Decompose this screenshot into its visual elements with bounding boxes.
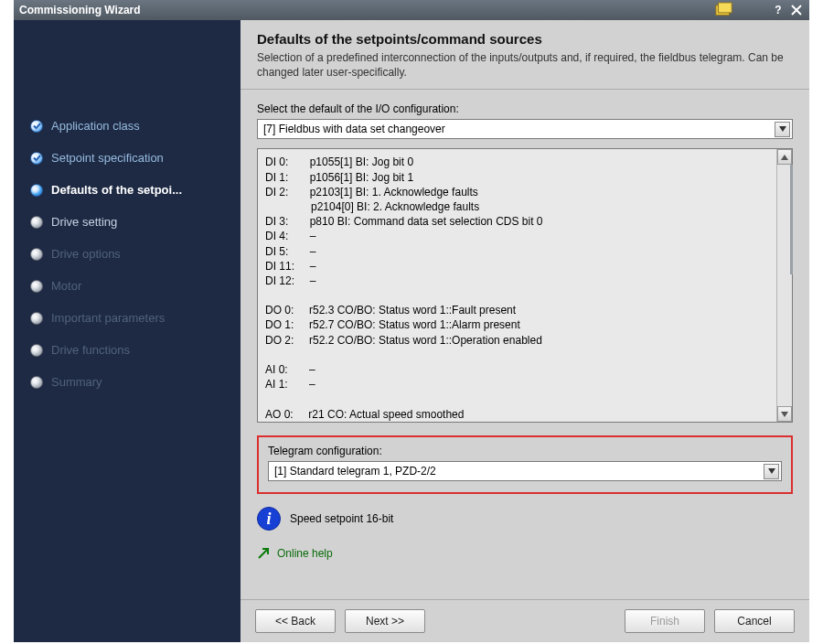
help-label: Online help [277, 547, 333, 560]
next-button[interactable]: Next >> [345, 609, 425, 633]
step-motor: Motor [30, 279, 228, 293]
step-sidebar: Application class Setpoint specification… [14, 20, 240, 642]
step-label: Setpoint specification [51, 151, 164, 165]
close-icon[interactable] [789, 3, 804, 17]
ioconfig-label: Select the default of the I/O configurat… [257, 102, 793, 115]
wizard-window: Commissioning Wizard ? Application class… [14, 0, 809, 642]
step-important-parameters: Important parameters [30, 311, 228, 325]
ioconfig-select[interactable]: [7] Fieldbus with data set changeover [257, 119, 793, 139]
info-row: i Speed setpoint 16-bit [257, 507, 793, 531]
step-setpoint-specification[interactable]: Setpoint specification [30, 151, 228, 165]
disabled-step-icon [30, 312, 43, 325]
telegram-value: [1] Standard telegram 1, PZD-2/2 [274, 465, 764, 478]
chevron-down-icon[interactable] [775, 122, 790, 137]
io-list-content: DI 0: p1055[1] BI: Jog bit 0 DI 1: p1056… [258, 149, 776, 422]
wizard-body: Application class Setpoint specification… [14, 20, 809, 642]
disabled-step-icon [30, 376, 43, 389]
check-icon [30, 152, 43, 165]
disabled-step-icon [30, 344, 43, 357]
step-application-class[interactable]: Application class [30, 119, 228, 133]
titlebar: Commissioning Wizard ? [14, 0, 809, 20]
window-title: Commissioning Wizard [19, 4, 714, 16]
step-label: Application class [51, 119, 140, 133]
step-drive-setting[interactable]: Drive setting [30, 215, 228, 229]
info-icon: i [257, 507, 281, 531]
svg-rect-1 [719, 3, 732, 13]
scroll-up-icon[interactable] [777, 149, 792, 165]
main-panel: Defaults of the setpoints/command source… [240, 20, 809, 642]
scroll-down-icon[interactable] [777, 406, 792, 422]
step-label: Summary [51, 375, 102, 389]
scrollbar[interactable] [776, 149, 792, 422]
step-drive-options: Drive options [30, 247, 228, 261]
disabled-step-icon [30, 248, 43, 261]
online-help-link[interactable]: Online help [257, 547, 793, 560]
info-text: Speed setpoint 16-bit [290, 512, 393, 525]
step-label: Drive options [51, 247, 121, 261]
telegram-label: Telegram configuration: [268, 445, 782, 457]
active-step-icon [30, 184, 43, 197]
telegram-highlighted-block: Telegram configuration: [1] Standard tel… [257, 435, 793, 494]
page-header: Defaults of the setpoints/command source… [240, 20, 809, 90]
step-summary: Summary [30, 375, 228, 389]
step-label: Drive setting [51, 215, 117, 229]
folder-icon[interactable] [714, 2, 734, 18]
wizard-footer: << Back Next >> Finish Cancel [240, 599, 809, 642]
chevron-down-icon[interactable] [764, 464, 779, 479]
check-icon [30, 120, 43, 133]
back-button[interactable]: << Back [255, 609, 336, 633]
step-label: Defaults of the setpoi... [51, 183, 182, 197]
step-label: Motor [51, 279, 81, 293]
step-label: Important parameters [51, 311, 165, 325]
step-label: Drive functions [51, 343, 130, 357]
pending-step-icon [30, 216, 43, 229]
page-title: Defaults of the setpoints/command source… [257, 31, 793, 47]
help-icon[interactable]: ? [771, 3, 786, 17]
step-defaults-setpoints[interactable]: Defaults of the setpoi... [30, 183, 228, 197]
io-listbox: DI 0: p1055[1] BI: Jog bit 0 DI 1: p1056… [257, 148, 793, 423]
ioconfig-value: [7] Fieldbus with data set changeover [263, 123, 775, 135]
cancel-button[interactable]: Cancel [714, 609, 795, 633]
step-drive-functions: Drive functions [30, 343, 228, 357]
arrow-icon [257, 547, 270, 560]
finish-button: Finish [625, 609, 705, 633]
telegram-select[interactable]: [1] Standard telegram 1, PZD-2/2 [268, 461, 782, 481]
page-desc: Selection of a predefined interconnectio… [257, 50, 793, 80]
scroll-track[interactable] [777, 165, 792, 406]
page-content: Select the default of the I/O configurat… [240, 90, 809, 599]
disabled-step-icon [30, 280, 43, 293]
